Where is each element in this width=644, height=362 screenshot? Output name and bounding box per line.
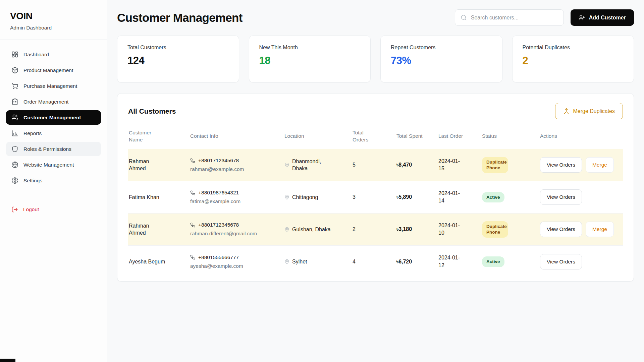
stat-card-repeat-customers: Repeat Customers73% — [380, 36, 502, 82]
topbar: Customer Management Add Customer — [117, 9, 634, 26]
total-spent: ৳3,180 — [396, 226, 431, 232]
customer-location: Sylhet — [292, 258, 307, 265]
column-header-customer-name: Customer Name — [129, 129, 157, 143]
customer-phone: +8801712345678 — [198, 158, 239, 164]
sidebar-item-label: Product Management — [23, 67, 73, 73]
brand-block: VOIN Admin Dashboard — [0, 0, 107, 40]
column-header-total-spent: Total Spent — [396, 133, 425, 140]
sidebar-item-label: Purchase Management — [23, 83, 77, 89]
search-box — [455, 9, 564, 26]
search-input[interactable] — [471, 15, 558, 21]
search-icon — [461, 14, 467, 21]
view-orders-button[interactable]: View Orders — [540, 254, 582, 269]
phone-icon — [190, 190, 195, 195]
location-cell: Sylhet — [284, 258, 345, 265]
sidebar-item-label: Dashboard — [23, 52, 49, 58]
sidebar: VOIN Admin Dashboard DashboardProduct Ma… — [0, 0, 107, 362]
contact-info-cell: +8801555666777ayesha@example.com — [190, 254, 277, 269]
total-orders: 3 — [353, 194, 389, 200]
total-spent: ৳6,720 — [396, 259, 431, 265]
customer-email: rahman.different@gmail.com — [190, 231, 277, 237]
sidebar-item-settings[interactable]: Settings — [6, 173, 101, 188]
sidebar-item-label: Order Management — [23, 99, 68, 105]
users-icon — [11, 114, 18, 121]
package-icon — [11, 67, 18, 74]
customer-name: Ayesha Begum — [129, 258, 166, 265]
logout-label: Logout — [23, 206, 39, 213]
table-row: Fatima Khan+8801987654321fatima@example.… — [128, 181, 623, 214]
logout-button[interactable]: Logout — [6, 202, 101, 217]
view-orders-button[interactable]: View Orders — [540, 222, 582, 237]
sidebar-item-dashboard[interactable]: Dashboard — [6, 47, 101, 62]
customer-location: Chittagong — [292, 194, 318, 201]
last-order-date: 2024-01-12 — [438, 254, 462, 269]
sidebar-item-label: Reports — [23, 130, 42, 136]
sidebar-item-product-management[interactable]: Product Management — [6, 63, 101, 77]
total-orders: 4 — [353, 259, 389, 265]
sidebar-item-roles-permissions[interactable]: Roles & Permissions — [6, 142, 101, 156]
contact-info-cell: +8801987654321fatima@example.com — [190, 190, 277, 204]
customer-location: Gulshan, Dhaka — [292, 226, 331, 233]
total-spent: ৳5,890 — [396, 194, 431, 200]
cart-icon — [11, 82, 18, 89]
phone-icon — [190, 255, 195, 260]
total-spent: ৳8,470 — [396, 162, 431, 168]
merge-button[interactable]: Merge — [586, 222, 614, 237]
add-customer-label: Add Customer — [589, 15, 626, 21]
sidebar-item-label: Customer Management — [23, 115, 81, 121]
sidebar-item-order-management[interactable]: Order Management — [6, 95, 101, 109]
table-title: All Customers — [128, 107, 176, 115]
user-plus-icon — [579, 14, 585, 21]
stat-value: 18 — [259, 55, 361, 67]
location-cell: Chittagong — [284, 194, 345, 201]
stat-label: New This Month — [259, 45, 361, 51]
table-column-headers: Customer NameContact InfoLocationTotal O… — [128, 129, 623, 149]
status-badge: Duplicate Phone — [482, 157, 508, 173]
location-cell: Dhanmondi, Dhaka — [284, 158, 345, 172]
sidebar-item-label: Website Management — [23, 162, 74, 168]
view-orders-button[interactable]: View Orders — [540, 157, 582, 173]
sidebar-item-label: Settings — [23, 178, 42, 184]
gear-icon — [11, 177, 18, 184]
status-badge: Active — [482, 192, 504, 203]
location-cell: Gulshan, Dhaka — [284, 226, 345, 233]
brand-subtitle: Admin Dashboard — [10, 25, 97, 31]
add-customer-button[interactable]: Add Customer — [571, 9, 634, 26]
sidebar-item-customer-management[interactable]: Customer Management — [6, 110, 101, 125]
stat-card-new-this-month: New This Month18 — [249, 36, 371, 82]
map-pin-icon — [284, 259, 289, 264]
total-orders: 5 — [353, 162, 389, 168]
sidebar-item-purchase-management[interactable]: Purchase Management — [6, 79, 101, 93]
customer-name: Fatima Khan — [129, 194, 166, 201]
stats-row: Total Customers124New This Month18Repeat… — [117, 36, 634, 82]
merge-duplicates-label: Merge Duplicates — [573, 108, 615, 114]
sidebar-item-reports[interactable]: Reports — [6, 126, 101, 140]
table-row: Ayesha Begum+8801555666777ayesha@example… — [128, 246, 623, 278]
clipboard-icon — [11, 98, 18, 105]
view-orders-button[interactable]: View Orders — [540, 189, 582, 205]
actions-cell: View Orders — [540, 189, 622, 205]
table-body: Rahman Ahmed+8801712345678rahman@example… — [128, 149, 623, 278]
stat-card-potential-duplicates: Potential Duplicates2 — [512, 36, 634, 82]
stat-value: 73% — [391, 55, 492, 67]
status-cell: Active — [482, 192, 532, 203]
screen-corner-artifact — [0, 359, 15, 362]
topbar-actions: Add Customer — [455, 9, 634, 26]
app-root: VOIN Admin Dashboard DashboardProduct Ma… — [0, 0, 644, 362]
actions-cell: View OrdersMerge — [540, 222, 622, 237]
contact-info-cell: +8801712345678rahman@example.com — [190, 158, 277, 172]
customer-name: Rahman Ahmed — [129, 158, 166, 172]
page-title: Customer Management — [117, 11, 243, 24]
sidebar-item-website-management[interactable]: Website Management — [6, 158, 101, 172]
total-orders: 2 — [353, 226, 389, 232]
merge-button[interactable]: Merge — [586, 157, 614, 173]
customer-location: Dhanmondi, Dhaka — [292, 158, 332, 172]
table-header-bar: All Customers Merge Duplicates — [128, 103, 623, 119]
stat-value: 2 — [523, 55, 624, 67]
bar-chart-icon — [11, 130, 18, 137]
phone-icon — [190, 158, 195, 163]
merge-duplicates-button[interactable]: Merge Duplicates — [555, 103, 623, 119]
actions-cell: View OrdersMerge — [540, 157, 622, 173]
customer-email: ayesha@example.com — [190, 263, 277, 269]
column-header-total-orders: Total Orders — [353, 129, 381, 143]
